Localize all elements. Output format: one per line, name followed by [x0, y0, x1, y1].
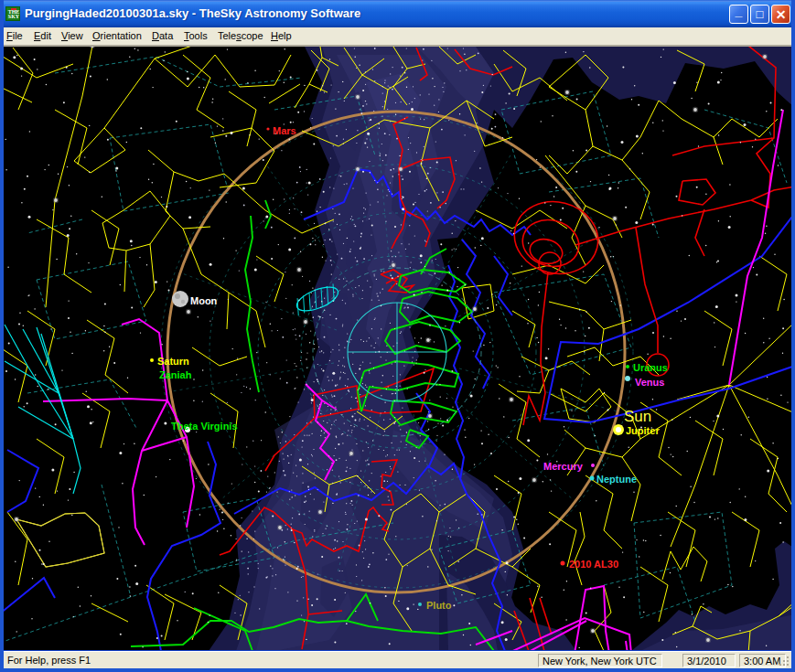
- svg-text:2010 AL30: 2010 AL30: [569, 559, 618, 570]
- svg-text:Mars: Mars: [273, 125, 296, 136]
- svg-text:Pluto: Pluto: [426, 600, 452, 611]
- svg-text:Jupiter: Jupiter: [626, 425, 660, 436]
- svg-text:Uranus: Uranus: [633, 362, 668, 373]
- svg-text:Zaniah: Zaniah: [159, 369, 192, 380]
- svg-text:Sun: Sun: [624, 408, 651, 425]
- svg-text:Moon: Moon: [190, 295, 218, 306]
- svg-text:Venus: Venus: [635, 377, 664, 388]
- svg-text:Saturn: Saturn: [157, 356, 189, 367]
- svg-text:Mercury: Mercury: [543, 461, 584, 472]
- svg-text:Theta Virginis: Theta Virginis: [171, 421, 238, 432]
- svg-text:Neptune: Neptune: [596, 474, 637, 485]
